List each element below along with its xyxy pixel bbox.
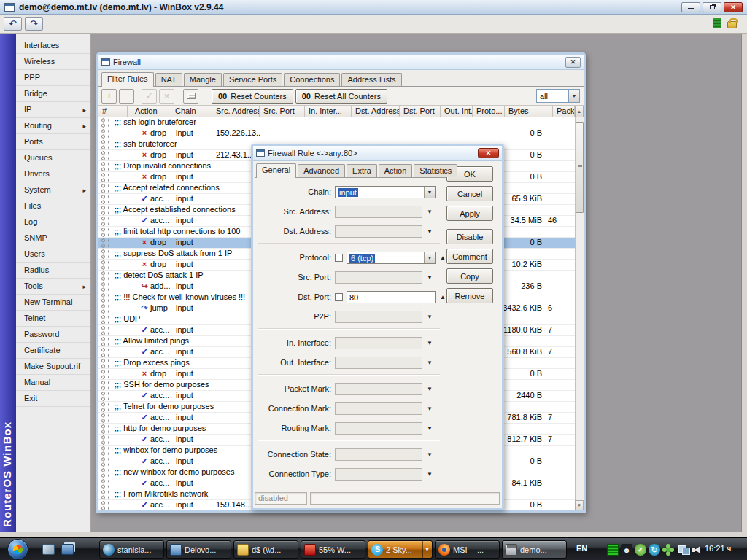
column-header-in-inter[interactable]: In. Inter... bbox=[305, 106, 352, 117]
sidebar-item-drivers[interactable]: Drivers bbox=[16, 166, 90, 182]
row-drag-handle[interactable] bbox=[98, 314, 109, 325]
column-header-out-int[interactable]: Out. Int... bbox=[441, 106, 473, 117]
taskbar-button-2-sky[interactable]: 2 Sky...▾ bbox=[368, 540, 433, 559]
dropdown-arrow-icon[interactable]: ▾ bbox=[422, 541, 431, 558]
row-drag-handle[interactable] bbox=[98, 227, 109, 238]
row-drag-handle[interactable] bbox=[98, 281, 109, 292]
tab-address-lists[interactable]: Address Lists bbox=[341, 73, 401, 86]
tab-service-ports[interactable]: Service Ports bbox=[223, 73, 282, 86]
field-input-connection-state[interactable] bbox=[335, 448, 422, 461]
icq-tray-icon[interactable] bbox=[662, 544, 674, 556]
firewall-rule-row[interactable]: ×dropinput159.226.13...0 B bbox=[98, 128, 575, 139]
row-drag-handle[interactable] bbox=[98, 117, 109, 128]
sidebar-item-users[interactable]: Users bbox=[16, 246, 90, 262]
row-drag-handle[interactable] bbox=[98, 172, 109, 183]
sidebar-item-telnet[interactable]: Telnet bbox=[16, 311, 90, 327]
taskbar-clock[interactable]: 16:21 ч. bbox=[705, 544, 733, 553]
collapse-field-arrow[interactable]: ▲ bbox=[440, 254, 446, 261]
chevron-down-icon[interactable]: ▼ bbox=[424, 252, 435, 263]
add-rule-button[interactable]: + bbox=[101, 89, 117, 104]
sidebar-item-ports[interactable]: Ports bbox=[16, 134, 90, 150]
volume-tray-icon[interactable] bbox=[692, 544, 703, 556]
remove-rule-button[interactable]: − bbox=[119, 89, 134, 104]
field-checkbox[interactable] bbox=[335, 254, 343, 262]
column-header-chain[interactable]: Chain bbox=[171, 106, 212, 117]
close-button[interactable]: ✕ bbox=[724, 2, 743, 12]
minimize-button[interactable] bbox=[681, 2, 700, 12]
row-drag-handle[interactable] bbox=[98, 161, 109, 172]
column-header-bytes[interactable]: Bytes bbox=[505, 106, 553, 117]
comment-button[interactable]: Comment bbox=[446, 249, 493, 264]
row-drag-handle[interactable] bbox=[98, 467, 109, 478]
apply-button[interactable]: Apply bbox=[446, 206, 493, 221]
show-desktop-icon[interactable] bbox=[42, 544, 55, 555]
row-drag-handle[interactable] bbox=[98, 128, 109, 139]
reset-counters-button[interactable]: 00Reset Counters bbox=[212, 89, 293, 104]
row-drag-handle[interactable] bbox=[98, 489, 109, 500]
expand-field-arrow[interactable]: ▼ bbox=[427, 386, 433, 392]
expand-field-arrow[interactable]: ▼ bbox=[427, 340, 433, 346]
row-drag-handle[interactable] bbox=[98, 205, 109, 216]
firewall-window-titlebar[interactable]: Firewall ✕ bbox=[98, 55, 584, 70]
expand-field-arrow[interactable]: ▼ bbox=[427, 274, 433, 281]
tab-mangle[interactable]: Mangle bbox=[184, 73, 222, 86]
collapse-field-arrow[interactable]: ▲ bbox=[440, 294, 446, 300]
expand-field-arrow[interactable]: ▼ bbox=[427, 425, 433, 432]
dialog-tab-action[interactable]: Action bbox=[379, 164, 413, 177]
copy-button[interactable]: Copy bbox=[446, 268, 493, 284]
row-drag-handle[interactable] bbox=[98, 446, 109, 456]
sync-tray-icon[interactable]: ↻ bbox=[649, 544, 660, 556]
taskbar-button-delovo[interactable]: Delovo... bbox=[166, 540, 231, 559]
displays-tray-icon[interactable] bbox=[678, 544, 690, 556]
row-drag-handle[interactable] bbox=[98, 424, 109, 435]
sidebar-item-system[interactable]: System▸ bbox=[16, 182, 90, 198]
field-input-protocol[interactable]: 6 (tcp)▼ bbox=[347, 252, 436, 264]
redo-button[interactable]: ↷ bbox=[25, 17, 43, 31]
column-header-pack[interactable]: Pack... bbox=[553, 106, 575, 117]
tab-nat[interactable]: NAT bbox=[155, 73, 182, 86]
chevron-down-icon[interactable]: ▼ bbox=[568, 90, 579, 102]
row-drag-handle[interactable] bbox=[98, 478, 109, 489]
row-drag-handle[interactable] bbox=[98, 347, 109, 358]
field-input-p2p[interactable] bbox=[335, 311, 422, 323]
enable-rule-button[interactable]: ✓ bbox=[142, 89, 157, 104]
row-drag-handle[interactable] bbox=[98, 325, 109, 336]
column-header-action[interactable]: Action bbox=[128, 106, 171, 117]
row-drag-handle[interactable] bbox=[98, 260, 109, 271]
sidebar-item-snmp[interactable]: SNMP bbox=[16, 230, 90, 246]
net-activity-tray-icon[interactable] bbox=[607, 544, 619, 556]
field-input-src-port[interactable] bbox=[335, 271, 422, 284]
row-drag-handle[interactable] bbox=[98, 150, 109, 161]
shield-ok-tray-icon[interactable]: ✓ bbox=[635, 544, 646, 556]
row-drag-handle[interactable] bbox=[98, 456, 109, 467]
scroll-down-button[interactable]: ▼ bbox=[575, 500, 584, 510]
sidebar-item-files[interactable]: Files bbox=[16, 198, 90, 214]
column-header-src-port[interactable]: Src. Port bbox=[260, 106, 305, 117]
row-drag-handle[interactable] bbox=[98, 292, 109, 303]
sidebar-item-routing[interactable]: Routing▸ bbox=[16, 118, 90, 134]
column-header-num[interactable]: # bbox=[98, 106, 128, 117]
sidebar-item-password[interactable]: Password bbox=[16, 327, 90, 343]
field-input-dst-address[interactable] bbox=[335, 225, 422, 238]
firewall-close-button[interactable]: ✕ bbox=[565, 57, 581, 68]
field-input-chain[interactable]: input▼ bbox=[335, 186, 436, 198]
taskbar-button-msi[interactable]: MSI -- ... bbox=[435, 540, 500, 559]
column-header-src-address[interactable]: Src. Address bbox=[212, 106, 260, 117]
expand-field-arrow[interactable]: ▼ bbox=[427, 405, 433, 412]
expand-field-arrow[interactable]: ▼ bbox=[427, 209, 433, 215]
sidebar-item-certificate[interactable]: Certificate bbox=[16, 343, 90, 359]
row-drag-handle[interactable] bbox=[98, 358, 109, 369]
taskbar-button-stanisla[interactable]: stanisla... bbox=[99, 540, 164, 559]
sidebar-item-new-terminal[interactable]: New Terminal bbox=[16, 295, 90, 311]
sidebar-item-make-supout-rif[interactable]: Make Supout.rif bbox=[16, 359, 90, 375]
field-input-src-address[interactable] bbox=[335, 206, 422, 218]
remove-button[interactable]: Remove bbox=[446, 288, 493, 303]
expand-field-arrow[interactable]: ▼ bbox=[427, 314, 433, 320]
chain-filter-combobox[interactable]: all ▼ bbox=[536, 89, 580, 103]
row-drag-handle[interactable] bbox=[98, 435, 109, 446]
expand-field-arrow[interactable]: ▼ bbox=[427, 451, 433, 458]
row-drag-handle[interactable] bbox=[98, 391, 109, 402]
sidebar-item-queues[interactable]: Queues bbox=[16, 150, 90, 166]
field-input-connection-mark[interactable] bbox=[335, 402, 422, 415]
sidebar-item-exit[interactable]: Exit bbox=[16, 391, 90, 407]
